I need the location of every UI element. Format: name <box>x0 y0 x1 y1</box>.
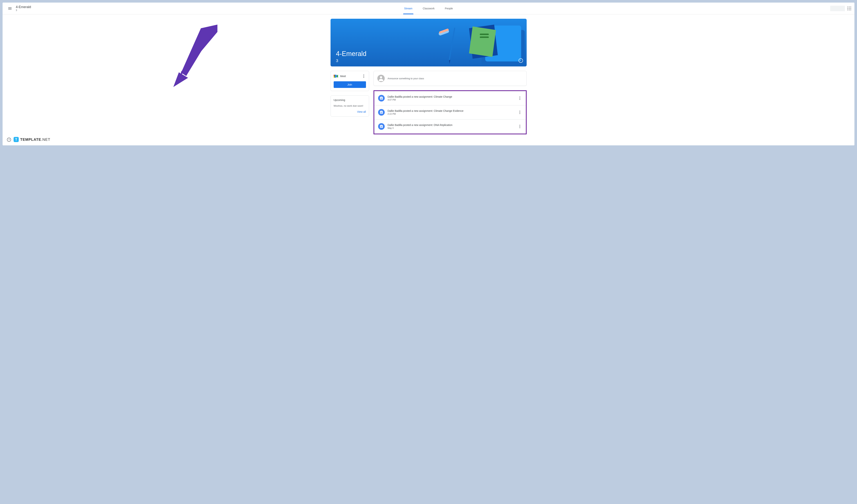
post-time: May 3 <box>388 127 515 129</box>
svg-rect-14 <box>480 36 489 38</box>
assignment-icon <box>380 110 383 114</box>
post-more-icon[interactable] <box>518 96 522 100</box>
svg-point-0 <box>847 6 848 7</box>
template-brand: T TEMPLATE.NET <box>14 137 50 142</box>
svg-marker-16 <box>449 60 451 64</box>
assignment-icon-wrap <box>378 109 385 116</box>
svg-point-33 <box>520 111 520 111</box>
tab-people[interactable]: People <box>440 3 457 14</box>
post-more-icon[interactable] <box>518 124 522 129</box>
svg-point-35 <box>520 113 520 114</box>
svg-point-5 <box>851 8 851 9</box>
svg-point-28 <box>364 77 364 78</box>
svg-marker-12 <box>469 27 496 57</box>
assignment-icon-wrap <box>378 95 385 102</box>
top-header: 4-Emerald 3 Stream Classwork People <box>3 3 854 14</box>
meet-more-icon[interactable] <box>362 74 366 79</box>
svg-point-3 <box>847 8 848 9</box>
post-title: Dallie Badilla posted a new assignment: … <box>388 95 515 98</box>
assignment-icon <box>380 125 383 128</box>
info-icon <box>520 59 522 62</box>
svg-line-15 <box>449 28 455 60</box>
svg-point-30 <box>520 97 520 97</box>
help-button[interactable]: ? <box>7 138 11 142</box>
post-time: 4:07 PM <box>388 99 515 101</box>
stream-column: Announce something to your class Dallie … <box>373 71 527 134</box>
meet-icon <box>334 74 338 78</box>
assignment-icon <box>380 97 383 100</box>
banner-title: 4-Emerald <box>336 50 367 58</box>
nav-tabs: Stream Classwork People <box>400 3 457 14</box>
class-banner: 4-Emerald 3 <box>331 19 527 67</box>
post-title: Dallie Badilla posted a new assignment: … <box>388 109 515 112</box>
svg-point-32 <box>520 99 520 100</box>
class-title: 4-Emerald <box>16 5 31 9</box>
svg-point-2 <box>851 6 851 7</box>
class-subtitle: 3 <box>16 9 31 12</box>
user-avatar <box>377 75 385 82</box>
banner-illustration <box>419 19 526 67</box>
person-icon <box>378 75 384 82</box>
svg-point-37 <box>520 126 520 127</box>
svg-point-26 <box>364 74 364 75</box>
view-all-wrap: View all <box>334 110 366 114</box>
svg-point-1 <box>849 6 850 7</box>
app-window: 4-Emerald 3 Stream Classwork People <box>3 3 854 145</box>
svg-point-4 <box>849 8 850 9</box>
tab-stream[interactable]: Stream <box>400 3 417 14</box>
svg-point-6 <box>847 10 848 10</box>
svg-marker-40 <box>173 72 188 87</box>
svg-point-29 <box>380 76 382 79</box>
upcoming-card: Upcoming Woohoo, no work due soon! View … <box>331 95 369 117</box>
svg-point-7 <box>849 10 850 10</box>
post-item[interactable]: Dallie Badilla posted a new assignment: … <box>374 91 526 105</box>
redacted-user-area <box>830 6 845 11</box>
announce-box[interactable]: Announce something to your class <box>373 71 527 86</box>
svg-marker-39 <box>179 24 217 78</box>
meet-label: Meet <box>340 75 359 77</box>
brand-light: .NET <box>41 138 50 141</box>
svg-point-38 <box>520 127 520 128</box>
svg-point-19 <box>521 60 521 60</box>
upcoming-text: Woohoo, no work due soon! <box>334 104 366 107</box>
svg-point-36 <box>520 125 520 125</box>
banner-subtitle: 3 <box>336 58 338 63</box>
meet-card: Meet Join <box>331 71 369 91</box>
svg-marker-25 <box>337 75 338 77</box>
svg-point-8 <box>851 10 851 10</box>
main-content: 4-Emerald 3 Meet Join Upcoming Woo <box>327 14 530 145</box>
svg-rect-23 <box>334 75 334 76</box>
svg-marker-41 <box>181 24 217 76</box>
post-body: Dallie Badilla posted a new assignment: … <box>388 109 515 115</box>
post-body: Dallie Badilla posted a new assignment: … <box>388 95 515 101</box>
tab-classwork[interactable]: Classwork <box>418 3 439 14</box>
post-time: 2:22 PM <box>388 113 515 115</box>
banner-info-button[interactable] <box>519 58 523 63</box>
class-info[interactable]: 4-Emerald 3 <box>16 5 31 12</box>
header-right <box>830 6 852 11</box>
view-all-link[interactable]: View all <box>357 110 366 113</box>
google-apps-icon[interactable] <box>847 6 852 11</box>
svg-point-27 <box>364 76 364 76</box>
meet-header: Meet <box>334 74 366 79</box>
assignment-icon-wrap <box>378 123 385 130</box>
left-sidebar: Meet Join Upcoming Woohoo, no work due s… <box>331 71 369 134</box>
post-body: Dallie Badilla posted a new assignment: … <box>388 123 515 129</box>
hamburger-icon <box>8 6 12 11</box>
post-item[interactable]: Dallie Badilla posted a new assignment: … <box>374 105 526 120</box>
post-more-icon[interactable] <box>518 110 522 115</box>
annotation-arrow <box>168 24 223 91</box>
main-columns: Meet Join Upcoming Woohoo, no work due s… <box>331 71 527 134</box>
post-title: Dallie Badilla posted a new assignment: … <box>388 123 515 126</box>
posts-highlighted: Dallie Badilla posted a new assignment: … <box>373 90 527 134</box>
brand-text: TEMPLATE.NET <box>20 138 50 142</box>
main-menu-button[interactable] <box>5 4 14 13</box>
brand-icon: T <box>14 137 19 142</box>
post-item[interactable]: Dallie Badilla posted a new assignment: … <box>374 120 526 134</box>
brand-bold: TEMPLATE <box>20 138 41 141</box>
svg-rect-24 <box>334 76 334 77</box>
join-button[interactable]: Join <box>334 81 366 88</box>
svg-point-34 <box>520 112 520 113</box>
svg-rect-13 <box>480 34 489 35</box>
svg-point-31 <box>520 98 520 99</box>
